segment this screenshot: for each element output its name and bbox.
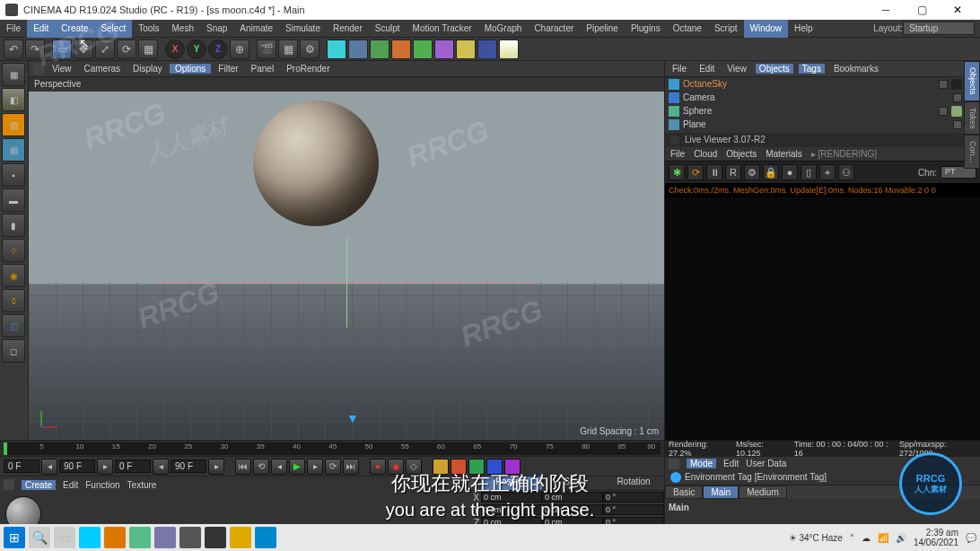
taskbar-app[interactable] bbox=[205, 527, 226, 548]
obj-menu-edit[interactable]: Edit bbox=[696, 64, 718, 74]
menu-edit[interactable]: Edit bbox=[27, 20, 55, 38]
start-button[interactable]: ⊞ bbox=[4, 527, 25, 548]
frame-step-down[interactable]: ◂ bbox=[41, 459, 57, 475]
visibility-toggle[interactable] bbox=[953, 93, 962, 102]
tray-sound-icon[interactable]: 🔊 bbox=[896, 533, 906, 543]
tab-objects[interactable]: Objects bbox=[964, 61, 980, 101]
viewport-canvas[interactable]: RRCG RRCG RRCG RRCG ▼ Grid Spacing : 1 c… bbox=[29, 92, 664, 440]
light-tool[interactable] bbox=[499, 39, 519, 59]
prev-key-button[interactable]: ⟲ bbox=[253, 459, 269, 475]
object-name[interactable]: Sphere bbox=[683, 106, 935, 116]
record-button[interactable]: ● bbox=[370, 459, 386, 475]
maximize-button[interactable]: ▢ bbox=[905, 0, 939, 20]
attr-tab-main[interactable]: Main bbox=[703, 485, 739, 499]
render-view-button[interactable]: 🎬 bbox=[257, 39, 276, 59]
lv-menu-objects[interactable]: Objects bbox=[726, 149, 757, 159]
menu-motiontracker[interactable]: Motion Tracker bbox=[407, 20, 478, 38]
object-name[interactable]: OctaneSky bbox=[683, 79, 935, 89]
obj-menu-file[interactable]: File bbox=[669, 64, 690, 74]
next-frame-button[interactable]: ▸ bbox=[307, 459, 323, 475]
z-axis-toggle[interactable]: Z bbox=[208, 39, 228, 59]
attr-tab-basic[interactable]: Basic bbox=[665, 485, 703, 499]
deformer-tool[interactable] bbox=[434, 39, 454, 59]
render-settings-button[interactable]: ⚙ bbox=[300, 39, 319, 59]
lv-settings-button[interactable]: ⚙ bbox=[744, 164, 760, 180]
menu-octane[interactable]: Octane bbox=[667, 20, 708, 38]
end-frame-field[interactable]: 90 F bbox=[59, 459, 95, 473]
obj-menu-tags[interactable]: Tags bbox=[799, 64, 825, 74]
tray-cloud-icon[interactable]: ☁ bbox=[862, 533, 871, 543]
pen-tool[interactable] bbox=[348, 39, 368, 59]
menu-help[interactable]: Help bbox=[788, 20, 819, 38]
vp-menu-display[interactable]: Display bbox=[127, 64, 168, 74]
taskbar-app[interactable] bbox=[154, 527, 176, 548]
prev-frame-button[interactable]: ◂ bbox=[271, 459, 287, 475]
octane-tag-icon[interactable] bbox=[951, 79, 962, 90]
next-key-button[interactable]: ⟳ bbox=[325, 459, 341, 475]
vp-menu-cameras[interactable]: Cameras bbox=[79, 64, 127, 74]
workplane-button[interactable]: ▤ bbox=[2, 138, 25, 162]
clock[interactable]: 2:39 am 14/06/2021 bbox=[914, 528, 958, 547]
attr-menu-mode[interactable]: Mode bbox=[687, 459, 716, 468]
poly-mode-button[interactable]: ▮ bbox=[2, 214, 25, 237]
vp-menu-prorender[interactable]: ProRender bbox=[281, 64, 335, 74]
lv-pick-button[interactable]: ⌖ bbox=[819, 164, 836, 180]
cube-primitive[interactable] bbox=[327, 39, 346, 59]
attr-menu-userdata[interactable]: User Data bbox=[746, 459, 786, 468]
menu-snap[interactable]: Snap bbox=[200, 20, 233, 38]
menu-window[interactable]: Window bbox=[744, 20, 789, 38]
world-toggle[interactable]: ⊕ bbox=[230, 39, 249, 59]
live-viewer-canvas[interactable]: RRCG 人人素材 ↖ bbox=[665, 197, 980, 440]
environment-tool[interactable] bbox=[456, 39, 476, 59]
tray-wifi-icon[interactable]: 📶 bbox=[878, 533, 888, 543]
timeline[interactable]: 0 5 10 15 20 25 30 35 40 45 50 55 60 65 … bbox=[0, 440, 664, 456]
mat-menu-texture[interactable]: Texture bbox=[127, 480, 157, 490]
subdiv-tool[interactable] bbox=[370, 39, 389, 59]
taskbar-app[interactable] bbox=[179, 527, 201, 548]
make-editable-button[interactable]: ▦ bbox=[2, 63, 25, 86]
goto-start-button[interactable]: ⏮ bbox=[235, 459, 251, 475]
visibility-toggle[interactable] bbox=[953, 120, 962, 129]
menu-pipeline[interactable]: Pipeline bbox=[580, 20, 625, 38]
play-button[interactable]: ▶ bbox=[289, 459, 305, 475]
lv-menu-materials[interactable]: Materials bbox=[766, 149, 802, 159]
lv-refresh-button[interactable]: ⟳ bbox=[687, 164, 704, 180]
lv-menu-file[interactable]: File bbox=[670, 149, 685, 159]
range-end-field[interactable]: 90 F bbox=[171, 459, 206, 473]
task-view-button[interactable]: ▭ bbox=[54, 527, 75, 548]
menu-mesh[interactable]: Mesh bbox=[166, 20, 200, 38]
x-axis-toggle[interactable]: X bbox=[165, 39, 185, 59]
viewport-solo-button[interactable]: ◉ bbox=[2, 264, 25, 287]
lv-cam-button[interactable]: ▯ bbox=[801, 164, 817, 180]
point-mode-button[interactable]: ▪ bbox=[2, 163, 25, 187]
lv-start-button[interactable]: ✱ bbox=[669, 164, 685, 180]
tab-takes[interactable]: Takes bbox=[964, 101, 980, 136]
lv-sphere-button[interactable]: ● bbox=[782, 164, 798, 180]
render-region-button[interactable]: ▦ bbox=[278, 39, 298, 59]
tray-chevron[interactable]: ˄ bbox=[850, 533, 854, 543]
mat-menu-function[interactable]: Function bbox=[85, 480, 119, 490]
taskbar-app[interactable] bbox=[255, 527, 276, 548]
current-frame-field[interactable]: 0 F bbox=[115, 459, 151, 473]
coord-rotation-header[interactable]: Rotation bbox=[603, 477, 664, 490]
mat-menu-create[interactable]: Create bbox=[22, 480, 56, 490]
mograph-tool[interactable] bbox=[413, 39, 433, 59]
attr-tab-medium[interactable]: Medium bbox=[739, 485, 787, 499]
objects-list[interactable]: OctaneSky Camera Sphere Plane bbox=[665, 77, 980, 133]
weather-widget[interactable]: ☀ 34°C Haze bbox=[789, 533, 843, 543]
timeline-track[interactable]: 0 5 10 15 20 25 30 35 40 45 50 55 60 65 … bbox=[4, 442, 661, 455]
search-button[interactable]: 🔍 bbox=[29, 527, 50, 548]
taskbar-app[interactable] bbox=[129, 527, 151, 548]
lv-region-button[interactable]: R bbox=[725, 164, 741, 180]
menu-render[interactable]: Render bbox=[327, 20, 369, 38]
frame-step-down2[interactable]: ◂ bbox=[153, 459, 169, 475]
object-name[interactable]: Plane bbox=[683, 119, 949, 129]
coord-y-rot[interactable]: 0 ° bbox=[603, 504, 664, 515]
menu-simulate[interactable]: Simulate bbox=[279, 20, 327, 38]
taskbar-app[interactable] bbox=[230, 527, 251, 548]
menu-character[interactable]: Character bbox=[528, 20, 580, 38]
lv-pause-button[interactable]: ⏸ bbox=[706, 164, 722, 180]
tab-content[interactable]: Con... bbox=[964, 135, 980, 169]
menu-script[interactable]: Script bbox=[708, 20, 744, 38]
frame-step-up2[interactable]: ▸ bbox=[208, 459, 224, 475]
